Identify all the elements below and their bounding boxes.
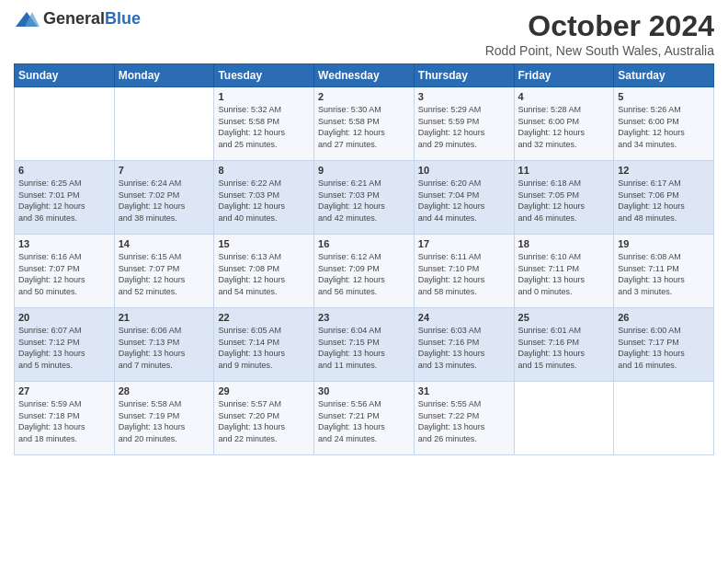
title-block: October 2024 Rodd Point, New South Wales…	[485, 9, 714, 58]
calendar-cell: 12Sunrise: 6:17 AM Sunset: 7:06 PM Dayli…	[614, 161, 714, 235]
calendar-table: Sunday Monday Tuesday Wednesday Thursday…	[14, 63, 714, 455]
day-info: Sunrise: 6:22 AM Sunset: 7:03 PM Dayligh…	[218, 178, 310, 224]
day-info: Sunrise: 5:56 AM Sunset: 7:21 PM Dayligh…	[318, 398, 410, 444]
day-number: 16	[318, 238, 410, 249]
calendar-cell: 28Sunrise: 5:58 AM Sunset: 7:19 PM Dayli…	[114, 382, 214, 455]
calendar-cell: 9Sunrise: 6:21 AM Sunset: 7:03 PM Daylig…	[314, 161, 415, 235]
header-tuesday: Tuesday	[214, 64, 314, 87]
day-number: 14	[119, 238, 210, 249]
calendar-cell: 3Sunrise: 5:29 AM Sunset: 5:59 PM Daylig…	[414, 87, 514, 161]
calendar-cell: 13Sunrise: 6:16 AM Sunset: 7:07 PM Dayli…	[15, 235, 115, 308]
day-info: Sunrise: 6:03 AM Sunset: 7:16 PM Dayligh…	[418, 325, 510, 371]
day-info: Sunrise: 6:17 AM Sunset: 7:06 PM Dayligh…	[618, 178, 710, 224]
day-info: Sunrise: 6:13 AM Sunset: 7:08 PM Dayligh…	[218, 251, 310, 297]
day-number: 8	[218, 165, 310, 176]
day-number: 20	[18, 312, 110, 323]
header-friday: Friday	[514, 64, 614, 87]
day-number: 11	[518, 165, 610, 176]
calendar-cell: 16Sunrise: 6:12 AM Sunset: 7:09 PM Dayli…	[314, 235, 415, 308]
day-number: 23	[318, 312, 410, 323]
day-number: 3	[418, 91, 510, 102]
day-number: 17	[418, 238, 510, 249]
day-number: 13	[18, 238, 110, 249]
day-info: Sunrise: 5:58 AM Sunset: 7:19 PM Dayligh…	[119, 398, 210, 444]
calendar-header: Sunday Monday Tuesday Wednesday Thursday…	[15, 64, 714, 87]
header-sunday: Sunday	[15, 64, 115, 87]
day-info: Sunrise: 5:30 AM Sunset: 5:58 PM Dayligh…	[318, 104, 410, 150]
calendar-cell: 19Sunrise: 6:08 AM Sunset: 7:11 PM Dayli…	[614, 235, 714, 308]
day-number: 26	[618, 312, 710, 323]
header-monday: Monday	[114, 64, 214, 87]
logo: GeneralBlue	[14, 9, 141, 29]
day-number: 28	[119, 385, 210, 396]
month-title: October 2024	[485, 9, 714, 43]
location-title: Rodd Point, New South Wales, Australia	[485, 43, 714, 58]
header-saturday: Saturday	[614, 64, 714, 87]
day-number: 6	[18, 165, 110, 176]
calendar-cell: 6Sunrise: 6:25 AM Sunset: 7:01 PM Daylig…	[15, 161, 115, 235]
calendar-cell: 26Sunrise: 6:00 AM Sunset: 7:17 PM Dayli…	[614, 308, 714, 382]
day-number: 7	[119, 165, 210, 176]
day-info: Sunrise: 6:05 AM Sunset: 7:14 PM Dayligh…	[218, 325, 310, 371]
calendar-cell: 30Sunrise: 5:56 AM Sunset: 7:21 PM Dayli…	[314, 382, 415, 455]
calendar-cell: 25Sunrise: 6:01 AM Sunset: 7:16 PM Dayli…	[514, 308, 614, 382]
calendar-cell: 18Sunrise: 6:10 AM Sunset: 7:11 PM Dayli…	[514, 235, 614, 308]
calendar-cell: 29Sunrise: 5:57 AM Sunset: 7:20 PM Dayli…	[214, 382, 314, 455]
day-number: 10	[418, 165, 510, 176]
calendar-cell: 8Sunrise: 6:22 AM Sunset: 7:03 PM Daylig…	[214, 161, 314, 235]
calendar-cell: 10Sunrise: 6:20 AM Sunset: 7:04 PM Dayli…	[414, 161, 514, 235]
calendar-cell: 20Sunrise: 6:07 AM Sunset: 7:12 PM Dayli…	[15, 308, 115, 382]
calendar-cell: 17Sunrise: 6:11 AM Sunset: 7:10 PM Dayli…	[414, 235, 514, 308]
logo-general: General	[43, 9, 105, 28]
day-number: 21	[119, 312, 210, 323]
day-info: Sunrise: 6:16 AM Sunset: 7:07 PM Dayligh…	[18, 251, 110, 297]
day-number: 29	[218, 385, 310, 396]
calendar-cell: 7Sunrise: 6:24 AM Sunset: 7:02 PM Daylig…	[114, 161, 214, 235]
day-info: Sunrise: 5:57 AM Sunset: 7:20 PM Dayligh…	[218, 398, 310, 444]
day-info: Sunrise: 6:24 AM Sunset: 7:02 PM Dayligh…	[119, 178, 210, 224]
header-thursday: Thursday	[414, 64, 514, 87]
calendar-cell: 21Sunrise: 6:06 AM Sunset: 7:13 PM Dayli…	[114, 308, 214, 382]
day-info: Sunrise: 6:08 AM Sunset: 7:11 PM Dayligh…	[618, 251, 710, 297]
calendar-cell: 5Sunrise: 5:26 AM Sunset: 6:00 PM Daylig…	[614, 87, 714, 161]
day-info: Sunrise: 5:28 AM Sunset: 6:00 PM Dayligh…	[518, 104, 610, 150]
day-info: Sunrise: 6:00 AM Sunset: 7:17 PM Dayligh…	[618, 325, 710, 371]
day-info: Sunrise: 6:01 AM Sunset: 7:16 PM Dayligh…	[518, 325, 610, 371]
calendar-cell: 27Sunrise: 5:59 AM Sunset: 7:18 PM Dayli…	[15, 382, 115, 455]
day-number: 1	[218, 91, 310, 102]
calendar-cell: 23Sunrise: 6:04 AM Sunset: 7:15 PM Dayli…	[314, 308, 415, 382]
day-number: 22	[218, 312, 310, 323]
logo-icon	[14, 10, 40, 29]
day-number: 19	[618, 238, 710, 249]
day-info: Sunrise: 6:10 AM Sunset: 7:11 PM Dayligh…	[518, 251, 610, 297]
day-info: Sunrise: 6:15 AM Sunset: 7:07 PM Dayligh…	[119, 251, 210, 297]
logo-blue: Blue	[105, 9, 141, 28]
day-info: Sunrise: 6:12 AM Sunset: 7:09 PM Dayligh…	[318, 251, 410, 297]
day-number: 31	[418, 385, 510, 396]
day-info: Sunrise: 5:26 AM Sunset: 6:00 PM Dayligh…	[618, 104, 710, 150]
day-number: 9	[318, 165, 410, 176]
day-number: 5	[618, 91, 710, 102]
calendar-body: 1Sunrise: 5:32 AM Sunset: 5:58 PM Daylig…	[15, 87, 714, 455]
day-number: 30	[318, 385, 410, 396]
day-number: 24	[418, 312, 510, 323]
calendar-cell: 14Sunrise: 6:15 AM Sunset: 7:07 PM Dayli…	[114, 235, 214, 308]
day-number: 15	[218, 238, 310, 249]
calendar-cell: 22Sunrise: 6:05 AM Sunset: 7:14 PM Dayli…	[214, 308, 314, 382]
header-wednesday: Wednesday	[314, 64, 415, 87]
calendar-cell: 2Sunrise: 5:30 AM Sunset: 5:58 PM Daylig…	[314, 87, 415, 161]
calendar-cell: 31Sunrise: 5:55 AM Sunset: 7:22 PM Dayli…	[414, 382, 514, 455]
day-number: 27	[18, 385, 110, 396]
day-info: Sunrise: 5:32 AM Sunset: 5:58 PM Dayligh…	[218, 104, 310, 150]
day-number: 25	[518, 312, 610, 323]
page-header: GeneralBlue October 2024 Rodd Point, New…	[14, 9, 714, 58]
calendar-cell	[614, 382, 714, 455]
calendar-cell: 24Sunrise: 6:03 AM Sunset: 7:16 PM Dayli…	[414, 308, 514, 382]
day-info: Sunrise: 6:20 AM Sunset: 7:04 PM Dayligh…	[418, 178, 510, 224]
day-info: Sunrise: 6:11 AM Sunset: 7:10 PM Dayligh…	[418, 251, 510, 297]
day-info: Sunrise: 6:04 AM Sunset: 7:15 PM Dayligh…	[318, 325, 410, 371]
day-info: Sunrise: 6:18 AM Sunset: 7:05 PM Dayligh…	[518, 178, 610, 224]
day-info: Sunrise: 6:25 AM Sunset: 7:01 PM Dayligh…	[18, 178, 110, 224]
day-info: Sunrise: 6:07 AM Sunset: 7:12 PM Dayligh…	[18, 325, 110, 371]
calendar-cell: 11Sunrise: 6:18 AM Sunset: 7:05 PM Dayli…	[514, 161, 614, 235]
